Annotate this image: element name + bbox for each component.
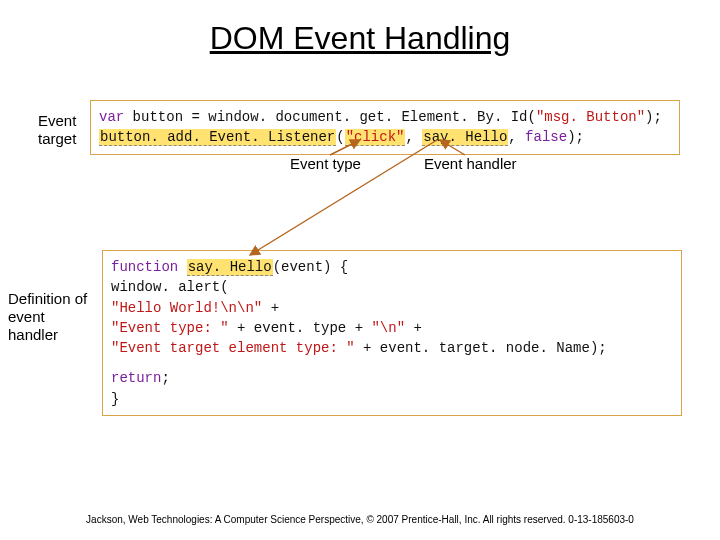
code-text: } bbox=[111, 391, 119, 407]
label-event-type: Event type bbox=[290, 155, 361, 173]
code-string: "\n" bbox=[371, 320, 405, 336]
code-keyword: return bbox=[111, 370, 161, 386]
code-keyword: false bbox=[525, 129, 567, 145]
code-text: + bbox=[405, 320, 422, 336]
label-event-target: Event target bbox=[38, 112, 88, 148]
code-text: (event) { bbox=[273, 259, 349, 275]
highlight-event-handler: say. Hello bbox=[422, 129, 508, 146]
highlight-function-name: say. Hello bbox=[187, 259, 273, 276]
code-text: ); bbox=[567, 129, 584, 145]
code-text: button = window. document. get. Element.… bbox=[124, 109, 536, 125]
code-text: ( bbox=[336, 129, 344, 145]
code-text: ; bbox=[161, 370, 169, 386]
code-text bbox=[178, 259, 186, 275]
code-string: "Hello World!\n\n" bbox=[111, 300, 262, 316]
code-text: + event. target. node. Name); bbox=[355, 340, 607, 356]
code-text: + bbox=[262, 300, 279, 316]
code-text: , bbox=[508, 129, 525, 145]
footer-citation: Jackson, Web Technologies: A Computer Sc… bbox=[0, 514, 720, 525]
code-text: , bbox=[405, 129, 422, 145]
code-text: + event. type + bbox=[229, 320, 372, 336]
code-text: window. alert( bbox=[111, 279, 229, 295]
code-keyword: function bbox=[111, 259, 178, 275]
code-text: ); bbox=[645, 109, 662, 125]
code-block-listener: var button = window. document. get. Elem… bbox=[90, 100, 680, 155]
code-block-function: function say. Hello(event) { window. ale… bbox=[102, 250, 682, 416]
label-definition-handler: Definition of event handler bbox=[8, 290, 93, 344]
code-keyword: var bbox=[99, 109, 124, 125]
code-string: "Event type: " bbox=[111, 320, 229, 336]
code-string: "msg. Button" bbox=[536, 109, 645, 125]
page-title: DOM Event Handling bbox=[0, 20, 720, 57]
label-event-handler: Event handler bbox=[424, 155, 517, 173]
code-string: "Event target element type: " bbox=[111, 340, 355, 356]
highlight-event-type: "click" bbox=[345, 129, 406, 146]
highlight-event-target: button. add. Event. Listener bbox=[99, 129, 336, 146]
